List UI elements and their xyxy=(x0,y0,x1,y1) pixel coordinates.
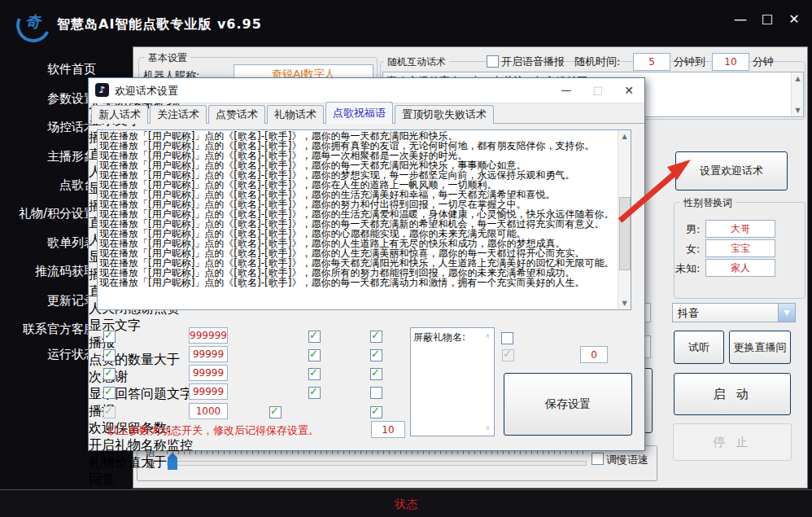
random-time-to-input[interactable]: 10 xyxy=(712,53,749,71)
random-time-unit-label: 分钟 xyxy=(753,55,774,69)
app-logo: 奇 xyxy=(15,5,50,39)
gender-male-input[interactable]: 大哥 xyxy=(705,220,775,238)
dialog-minimize-button[interactable]: — xyxy=(557,82,576,99)
row5-enable-checkbox[interactable] xyxy=(103,406,116,418)
status-text: 状态 xyxy=(0,497,812,512)
row1-enable-checkbox[interactable] xyxy=(103,331,116,343)
row1-show-text-checkbox[interactable] xyxy=(308,331,321,343)
row4-show-label: 显示文字 xyxy=(89,318,644,335)
scrollbar-thumb[interactable] xyxy=(619,197,631,270)
logo-glyph: 奇 xyxy=(25,11,41,33)
platform-select-value: 抖音 xyxy=(678,306,699,321)
basic-settings-group-title: 基本设置 xyxy=(145,51,190,65)
random-time-label: 随机时间: xyxy=(574,55,620,69)
row5-broadcast-checkbox[interactable] xyxy=(370,406,382,418)
gender-unknown-label: 未知: xyxy=(675,261,700,276)
dynamic-switch-note: 以上参数为动态开关，修改后记得保存设置。 xyxy=(107,423,319,438)
row5-show-answer-checkbox[interactable] xyxy=(269,406,282,418)
window-minimize-button[interactable]: — xyxy=(730,11,751,27)
row1-broadcast-checkbox[interactable] xyxy=(370,331,382,343)
row4-broadcast-checkbox[interactable] xyxy=(370,387,382,399)
row2-threshold-input[interactable]: 99999 xyxy=(189,346,228,362)
dialog-tabs: 新人话术 关注话术 点赞话术 礼物话术 点歌祝福语 置顶切歌失败话术 xyxy=(91,103,495,124)
voice-broadcast-checkbox[interactable] xyxy=(487,55,499,68)
row1-threshold-input[interactable]: 999999 xyxy=(189,327,228,344)
app-title: 智慧岛AI智能点歌专业版 v6.95 xyxy=(57,16,262,33)
blocked-gift-label: 屏蔽礼物名: xyxy=(413,331,465,344)
gift-value-label: 礼物价值大于 xyxy=(89,454,644,471)
sidebar-item-contact-support[interactable]: 联系官方客服 xyxy=(23,322,96,337)
scroll-up-icon[interactable]: ∧ xyxy=(482,331,493,341)
stop-button[interactable]: 停 止 xyxy=(673,423,792,461)
blessing-script-textarea[interactable]: 现在播放「[用户昵称]」点的《[歌名]-[歌手]》，愿你的每一天都充满阳光和快乐… xyxy=(97,129,631,310)
random-time-from-input[interactable]: 5 xyxy=(633,53,670,71)
row4-threshold-input[interactable]: 99999 xyxy=(189,383,228,400)
row5-threshold-input[interactable]: 1000 xyxy=(189,403,228,419)
status-bar: 状态 xyxy=(0,489,812,517)
row2-show-text-checkbox[interactable] xyxy=(308,349,321,361)
welcome-script-dialog: ♪ 欢迎话术设置 — □ ✕ 新人话术 关注话术 点赞话术 礼物话术 点歌祝福语… xyxy=(88,77,645,451)
voice-broadcast-label: 开启语音播报 xyxy=(501,55,565,69)
giftbox-scrollbar[interactable]: ∧ ∨ xyxy=(482,329,493,435)
row2-broadcast-checkbox[interactable] xyxy=(370,349,382,361)
keep-count-input[interactable]: 10 xyxy=(371,421,405,438)
tab-follow[interactable]: 关注话术 xyxy=(150,105,207,124)
scroll-down-icon[interactable]: ▼ xyxy=(792,104,804,116)
row4-broadcast-label: 播报 xyxy=(89,335,644,352)
row3-show-text-checkbox[interactable] xyxy=(308,368,321,380)
row3-enable-checkbox[interactable] xyxy=(103,368,116,380)
row4-show-text-checkbox[interactable] xyxy=(308,387,321,399)
sidebar-item-gift-points[interactable]: 礼物/积分设置 xyxy=(19,206,96,221)
tab-like[interactable]: 点赞话术 xyxy=(208,105,265,124)
tab-pin-cut-fail[interactable]: 置顶切歌失败话术 xyxy=(395,105,494,124)
tab-song-blessing[interactable]: 点歌祝福语 xyxy=(325,102,393,124)
dialog-title: 欢迎话术设置 xyxy=(115,84,178,99)
gift-monitor-checkbox[interactable] xyxy=(501,332,513,344)
row3-threshold-input[interactable]: 99999 xyxy=(189,365,228,381)
window-maximize-button[interactable]: □ xyxy=(757,11,778,26)
gender-unknown-input[interactable]: 家人 xyxy=(705,259,775,277)
gift-value-checkbox[interactable] xyxy=(502,349,514,361)
scroll-down-icon[interactable]: ▼ xyxy=(618,297,631,309)
save-settings-button[interactable]: 保存设置 xyxy=(504,373,632,436)
gender-male-label: 男: xyxy=(686,222,700,237)
row2-enable-checkbox[interactable] xyxy=(103,349,116,361)
douyin-note-icon: ♪ xyxy=(95,83,109,97)
app-window: 奇 智慧岛AI智能点歌专业版 v6.95 — □ ✕ 软件首页 参数设置 场控话… xyxy=(0,0,812,517)
set-welcome-script-button[interactable]: 设置欢迎话术 xyxy=(675,151,788,191)
start-button[interactable]: 启 动 xyxy=(674,373,791,415)
dialog-close-button[interactable]: ✕ xyxy=(619,82,639,99)
random-time-mid-label: 分钟到 xyxy=(674,55,705,69)
tab-gift[interactable]: 礼物话术 xyxy=(267,105,324,124)
row5-label: 点赞的数量大于 xyxy=(89,352,644,369)
gender-replace-group-title: 性别替换词 xyxy=(680,196,736,210)
sidebar-item-stream-code[interactable]: 推流码获取 xyxy=(35,264,96,279)
interact-group-title: 随机互动话术 xyxy=(384,55,449,69)
sidebar-item-home[interactable]: 软件首页 xyxy=(47,62,96,77)
interact-scrollbar[interactable]: ▲ ▼ xyxy=(791,72,803,116)
gift-monitor-label: 开启礼物名称监控 xyxy=(89,437,644,454)
dialog-maximize-button[interactable]: □ xyxy=(588,82,608,99)
platform-select[interactable]: 抖音 ▼ xyxy=(672,303,796,322)
dialog-titlebar[interactable]: ♪ 欢迎话术设置 — □ ✕ xyxy=(89,78,644,103)
textarea-scrollbar[interactable]: ▲ ▼ xyxy=(618,130,631,309)
row3-broadcast-checkbox[interactable] xyxy=(370,368,382,380)
scroll-down-icon[interactable]: ∨ xyxy=(482,423,493,433)
scroll-up-icon[interactable]: ▲ xyxy=(792,72,804,85)
tab-new-user[interactable]: 新人话术 xyxy=(91,105,148,124)
row4-enable-checkbox[interactable] xyxy=(103,387,116,399)
blocked-gift-listbox[interactable]: 屏蔽礼物名: ∧ ∨ xyxy=(410,327,495,436)
scroll-up-icon[interactable]: ▲ xyxy=(618,130,631,142)
change-room-button[interactable]: 更换直播间 xyxy=(729,331,791,364)
gender-female-label: 女: xyxy=(686,242,700,256)
gender-female-input[interactable]: 宝宝 xyxy=(705,239,775,257)
reply-label: 回复 xyxy=(89,471,644,489)
listen-button[interactable]: 试听 xyxy=(674,331,724,364)
blessing-script-text: 现在播放「[用户昵称]」点的《[歌名]-[歌手]》，愿你的每一天都充满阳光和快乐… xyxy=(99,131,615,287)
chevron-down-icon[interactable]: ▼ xyxy=(778,304,795,322)
gift-value-input[interactable]: 0 xyxy=(580,346,608,363)
window-close-button[interactable]: ✕ xyxy=(784,11,805,27)
